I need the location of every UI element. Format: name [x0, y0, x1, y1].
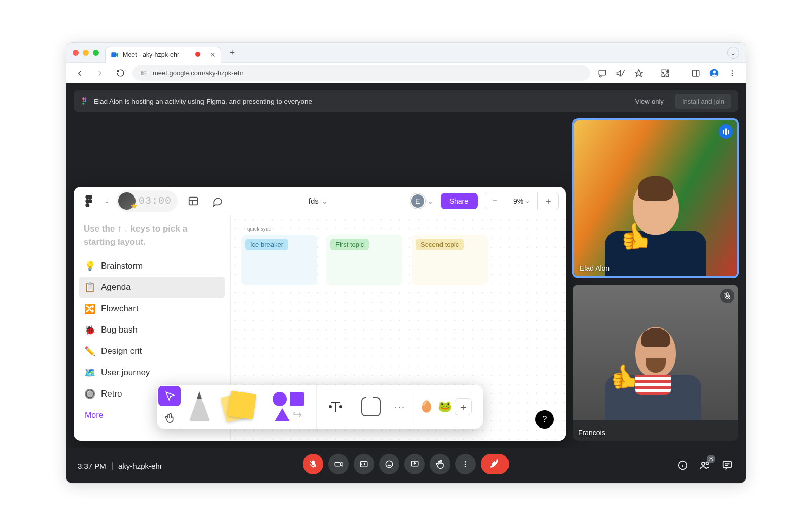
widget-tool[interactable] [354, 385, 388, 429]
site-settings-icon[interactable] [140, 69, 148, 77]
text-tool[interactable] [316, 385, 354, 429]
more-options-button[interactable] [455, 454, 476, 474]
chrome-menu-icon[interactable] [724, 65, 740, 81]
meeting-details-button[interactable] [675, 458, 690, 472]
chat-button[interactable] [720, 458, 734, 472]
help-button[interactable]: ? [535, 410, 554, 429]
template-item-flowchart[interactable]: 🔀Flowchart [79, 298, 225, 319]
template-icon: ✏️ [85, 346, 95, 356]
close-tab-icon[interactable]: ✕ [210, 51, 216, 59]
tab-menu-button[interactable]: ⌄ [727, 47, 739, 59]
svg-point-31 [465, 466, 466, 467]
side-panel-icon[interactable] [688, 65, 704, 81]
figma-menu-button[interactable] [81, 193, 97, 209]
meeting-code: aky-hzpk-ehr [118, 462, 162, 470]
meet-app: Elad Alon is hosting an activity using F… [66, 83, 746, 483]
video-tile[interactable]: 👍 Francois [573, 285, 738, 441]
layout-panel-icon[interactable] [185, 192, 202, 210]
zoom-percentage[interactable]: 9%⌄ [505, 192, 538, 210]
template-label: Retro [101, 389, 122, 399]
zoom-controls: − 9%⌄ ＋ [485, 192, 559, 210]
fullscreen-window-icon[interactable] [93, 50, 99, 56]
sticky-note-tool[interactable] [217, 385, 260, 429]
minimize-window-icon[interactable] [83, 50, 89, 56]
view-only-button[interactable]: View-only [629, 94, 670, 108]
template-icon: 💡 [85, 261, 95, 271]
pointer-tool-group [157, 385, 182, 429]
address-bar[interactable]: meet.google.com/aky-hzpk-ehr [132, 65, 590, 81]
extensions-icon[interactable] [657, 65, 673, 81]
video-tile[interactable]: 👍 Elad Alon [573, 119, 738, 278]
people-count-badge: 3 [707, 455, 715, 463]
svg-point-21 [329, 406, 331, 408]
svg-point-18 [88, 199, 92, 203]
recording-indicator-icon [195, 51, 200, 58]
timer-chip[interactable]: ★ 03:00 [116, 190, 178, 212]
avatar-dropdown[interactable]: E ⌄ [410, 193, 433, 209]
reload-button[interactable] [112, 65, 128, 81]
browser-tab[interactable]: Meet - aky-hzpk-ehr ✕ [105, 47, 221, 63]
template-item-brainstorm[interactable]: 💡Brainstorm [79, 255, 225, 277]
svg-point-13 [84, 100, 86, 102]
close-window-icon[interactable] [73, 50, 79, 56]
svg-point-33 [702, 462, 705, 465]
microphone-button[interactable] [303, 454, 323, 474]
profile-icon[interactable] [706, 65, 722, 81]
leave-call-button[interactable] [481, 454, 509, 474]
browser-toolbar: meet.google.com/aky-hzpk-ehr [66, 63, 746, 83]
svg-point-29 [465, 461, 466, 463]
present-screen-button[interactable] [404, 454, 425, 474]
sticker-icon: 🥚 [418, 397, 435, 417]
new-tab-button[interactable]: ＋ [226, 47, 239, 59]
template-icon: 🗺️ [85, 368, 95, 378]
add-sticker-button[interactable]: ＋ [455, 398, 472, 415]
agenda-card[interactable]: Ice breaker [241, 235, 317, 285]
template-label: Brainstorm [101, 261, 143, 271]
mute-tab-icon[interactable] [613, 65, 629, 81]
template-icon: 🐞 [85, 325, 95, 335]
svg-rect-20 [189, 197, 198, 205]
captions-button[interactable] [354, 454, 374, 474]
chevron-down-icon[interactable]: ⌄ [104, 198, 109, 205]
meet-controls-right: 3 [675, 458, 734, 472]
template-item-user-journey[interactable]: 🗺️User journey [79, 362, 225, 383]
template-label: User journey [101, 368, 150, 378]
svg-point-9 [732, 75, 733, 76]
raise-hand-button[interactable] [430, 454, 450, 474]
camera-button[interactable] [328, 454, 349, 474]
zoom-out-button[interactable]: − [485, 192, 505, 210]
share-button[interactable]: Share [441, 193, 478, 209]
figma-filename[interactable]: fds ⌄ [309, 196, 328, 205]
more-tools-button[interactable]: ··· [388, 385, 412, 429]
template-icon: 📋 [85, 282, 95, 292]
presentation-area: ⌄ ★ 03:00 fds ⌄ [74, 119, 566, 441]
install-join-button[interactable]: Install and join [675, 94, 731, 109]
tab-title: Meet - aky-hzpk-ehr [123, 51, 179, 58]
stickers-tool[interactable]: 🥚 🐸 ＋ [412, 385, 478, 429]
agenda-card[interactable]: Second topic [412, 235, 488, 285]
agenda-card[interactable]: First topic [326, 235, 402, 285]
window-traffic-lights[interactable] [73, 50, 99, 56]
reactions-button[interactable] [379, 454, 399, 474]
layout-hint-text: Use the ↑ ↓ keys to pick a starting layo… [79, 222, 225, 255]
template-item-design-crit[interactable]: ✏️Design crit [79, 341, 225, 362]
back-button[interactable] [72, 65, 88, 81]
chevron-down-icon: ⌄ [322, 197, 328, 205]
template-item-bug-bash[interactable]: 🐞Bug bash [79, 319, 225, 341]
select-tool[interactable] [158, 386, 181, 406]
bookmark-icon[interactable] [631, 65, 647, 81]
participants-column: 👍 Elad Alon 👍 [573, 119, 738, 441]
shapes-tool[interactable]: ↪ [260, 385, 316, 429]
user-avatar-icon: E [410, 193, 425, 209]
cast-icon[interactable] [594, 65, 611, 81]
hand-tool[interactable] [158, 408, 181, 428]
comment-icon[interactable] [209, 192, 226, 210]
zoom-in-button[interactable]: ＋ [538, 192, 558, 210]
svg-point-6 [713, 70, 716, 73]
template-item-agenda[interactable]: 📋Agenda [79, 277, 225, 298]
forward-button[interactable] [92, 65, 108, 81]
template-icon: 🔘 [85, 389, 95, 399]
pencil-tool[interactable] [182, 385, 217, 429]
people-button[interactable]: 3 [698, 458, 712, 472]
mac-titlebar: Meet - aky-hzpk-ehr ✕ ＋ ⌄ [66, 43, 746, 63]
